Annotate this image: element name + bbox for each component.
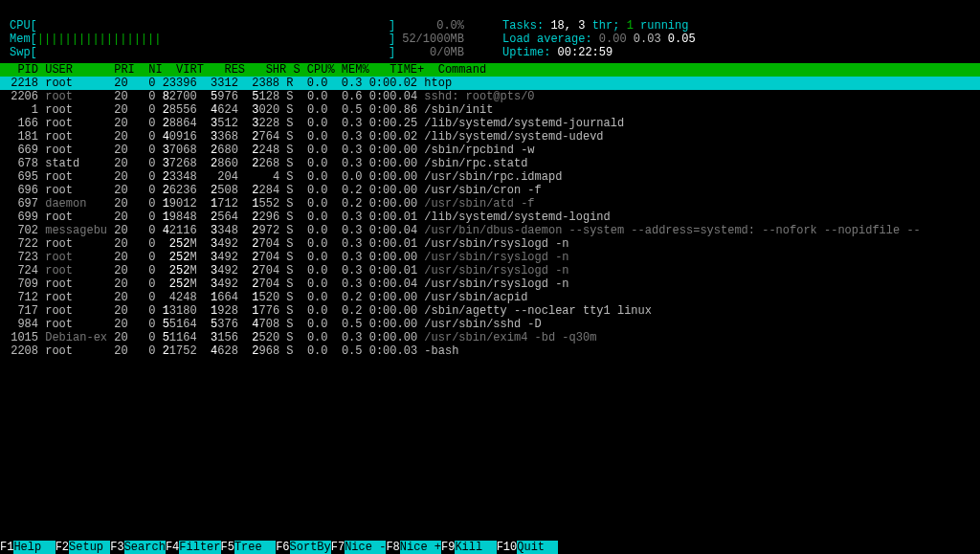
load-1: 0.00	[599, 33, 634, 46]
cpu-pct: 0.0%	[436, 19, 464, 33]
swp-label: Swp	[10, 46, 31, 59]
process-row[interactable]: 697 daemon 20 0 19012 1712 1552 S 0.0 0.…	[0, 197, 980, 211]
load-label: Load average:	[502, 33, 599, 46]
fnlabel-F8[interactable]: Nice +	[400, 541, 441, 554]
function-bar[interactable]: F1Help F2Setup F3SearchF4FilterF5Tree F6…	[0, 541, 980, 554]
fnlabel-F6[interactable]: SortBy	[290, 541, 331, 554]
meters-panel: CPU[ ] Mem[|||||||||||||||||| ] Swp[ ]	[0, 0, 980, 63]
process-row[interactable]: 678 statd 20 0 37268 2860 2268 S 0.0 0.3…	[0, 157, 980, 170]
process-row[interactable]: 1015 Debian-ex 20 0 51164 3156 2520 S 0.…	[0, 331, 980, 344]
fnkey-F4[interactable]: F4	[166, 541, 179, 554]
load-2: 0.03	[634, 33, 668, 46]
process-row[interactable]: 2206 root 20 0 82700 5976 5128 S 0.0 0.6…	[0, 90, 980, 103]
fnlabel-F4[interactable]: Filter	[179, 541, 220, 554]
fnlabel-F9[interactable]: Kill	[455, 541, 496, 554]
process-row[interactable]: 717 root 20 0 13180 1928 1776 S 0.0 0.2 …	[0, 304, 980, 318]
uptime-value: 00:22:59	[558, 46, 613, 59]
thr-label: thr;	[592, 19, 627, 33]
process-row[interactable]: 669 root 20 0 37068 2680 2248 S 0.0 0.3 …	[0, 144, 980, 157]
tasks-label: Tasks:	[502, 19, 550, 33]
fnlabel-F10[interactable]: Quit	[517, 541, 558, 554]
process-row[interactable]: 1 root 20 0 28556 4624 3020 S 0.0 0.5 0:…	[0, 103, 980, 117]
fnkey-F6[interactable]: F6	[276, 541, 289, 554]
fnkey-F10[interactable]: F10	[497, 541, 518, 554]
swp-bar	[37, 46, 389, 59]
process-row[interactable]: 702 messagebu 20 0 42116 3348 2972 S 0.0…	[0, 224, 980, 237]
process-row[interactable]: 709 root 20 0 252M 3492 2704 S 0.0 0.3 0…	[0, 277, 980, 291]
fnlabel-F5[interactable]: Tree	[234, 541, 276, 554]
cpu-bar	[37, 19, 389, 33]
stats-panel: Tasks: 18, 3 thr; 1 running Load average…	[502, 6, 696, 59]
uptime-label: Uptime:	[502, 46, 558, 59]
fnlabel-F1[interactable]: Help	[13, 541, 55, 554]
fnkey-F9[interactable]: F9	[441, 541, 455, 554]
mem-label: Mem	[10, 33, 31, 46]
process-row[interactable]: 722 root 20 0 252M 3492 2704 S 0.0 0.3 0…	[0, 237, 980, 251]
fnkey-F2[interactable]: F2	[56, 541, 69, 554]
process-row[interactable]: 166 root 20 0 28864 3512 3228 S 0.0 0.3 …	[0, 117, 980, 130]
process-row[interactable]: 712 root 20 0 4248 1664 1520 S 0.0 0.2 0…	[0, 291, 980, 304]
fnkey-F7[interactable]: F7	[331, 541, 345, 554]
fnlabel-F2[interactable]: Setup	[69, 541, 110, 554]
tasks-value: 18, 3	[550, 19, 591, 33]
fnkey-F1[interactable]: F1	[0, 541, 13, 554]
running-count: 1	[627, 19, 640, 33]
process-row[interactable]: 984 root 20 0 55164 5376 4708 S 0.0 0.5 …	[0, 318, 980, 331]
process-list[interactable]: 2218 root 20 0 23396 3312 2388 R 0.0 0.3…	[0, 77, 980, 358]
meter-values: 0.0% 52/1000MB 0/0MB	[397, 6, 464, 59]
fnkey-F5[interactable]: F5	[221, 541, 234, 554]
process-row[interactable]: 696 root 20 0 26236 2508 2284 S 0.0 0.2 …	[0, 184, 980, 197]
fnkey-F3[interactable]: F3	[110, 541, 123, 554]
process-row[interactable]: 724 root 20 0 252M 3492 2704 S 0.0 0.3 0…	[0, 264, 980, 277]
swp-used: 0/0MB	[430, 46, 464, 59]
column-headers[interactable]: PID USER PRI NI VIRT RES SHR S CPU% MEM%…	[0, 63, 980, 77]
running-label: running	[640, 19, 688, 33]
process-row[interactable]: 2208 root 20 0 21752 4628 2968 S 0.0 0.5…	[0, 344, 980, 358]
process-row[interactable]: 695 root 20 0 23348 204 4 S 0.0 0.0 0:00…	[0, 170, 980, 184]
process-row[interactable]: 699 root 20 0 19848 2564 2296 S 0.0 0.3 …	[0, 211, 980, 224]
cpu-label: CPU	[10, 19, 31, 33]
fnlabel-F3[interactable]: Search	[124, 541, 166, 554]
process-row[interactable]: 2218 root 20 0 23396 3312 2388 R 0.0 0.3…	[0, 77, 980, 90]
mem-bar: ||||||||||||||||||	[37, 33, 389, 46]
mem-used: 52/1000MB	[402, 33, 464, 46]
process-row[interactable]: 181 root 20 0 40916 3368 2764 S 0.0 0.3 …	[0, 130, 980, 144]
process-row[interactable]: 723 root 20 0 252M 3492 2704 S 0.0 0.3 0…	[0, 251, 980, 264]
fnlabel-F7[interactable]: Nice -	[345, 541, 386, 554]
load-3: 0.05	[668, 33, 696, 46]
fnkey-F8[interactable]: F8	[386, 541, 399, 554]
